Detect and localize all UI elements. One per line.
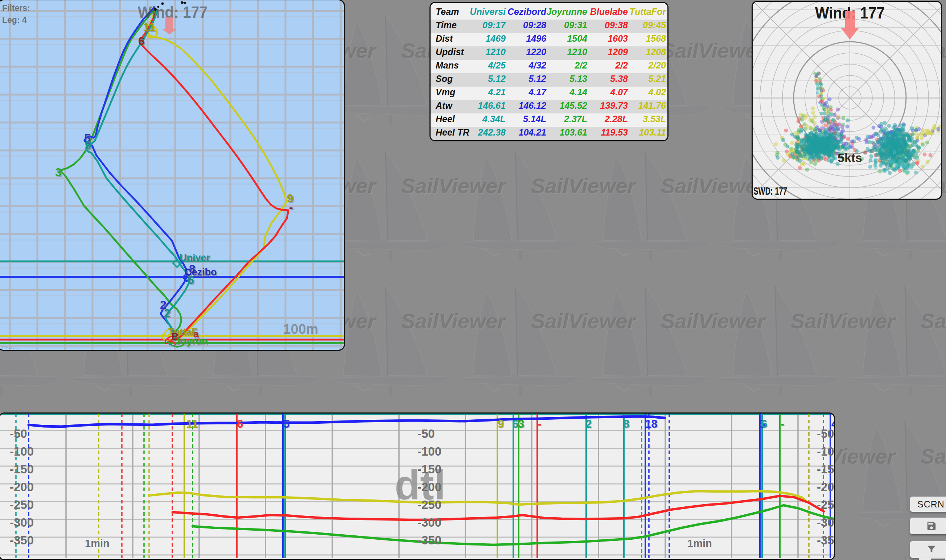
svg-text:-100: -100 bbox=[10, 445, 34, 458]
svg-text:-150: -150 bbox=[817, 463, 834, 476]
svg-text:-250: -250 bbox=[817, 498, 834, 511]
svg-text:-: - bbox=[537, 418, 541, 430]
svg-text:-300: -300 bbox=[418, 516, 441, 529]
svg-text:100m: 100m bbox=[283, 322, 318, 337]
svg-text:8: 8 bbox=[623, 418, 629, 430]
svg-text:-200: -200 bbox=[817, 480, 834, 494]
svg-text:Joyrun: Joyrun bbox=[175, 335, 207, 346]
svg-text:11: 11 bbox=[186, 418, 198, 430]
svg-text:6: 6 bbox=[138, 34, 145, 48]
svg-text:-300: -300 bbox=[817, 516, 834, 529]
svg-text:-100: -100 bbox=[418, 445, 441, 458]
svg-text:5: 5 bbox=[283, 418, 289, 430]
svg-text:-100: -100 bbox=[817, 445, 834, 458]
svg-text:3: 3 bbox=[55, 166, 62, 179]
svg-text:5kts: 5kts bbox=[838, 151, 862, 165]
svg-text:-300: -300 bbox=[10, 516, 34, 529]
svg-text:2: 2 bbox=[585, 418, 592, 430]
svg-text:-: - bbox=[289, 200, 293, 214]
svg-text:9: 9 bbox=[85, 138, 91, 151]
svg-text:-150: -150 bbox=[418, 463, 441, 476]
svg-text:Filters:: Filters: bbox=[2, 3, 30, 13]
svg-text:6: 6 bbox=[512, 418, 519, 430]
svg-text:-150: -150 bbox=[10, 463, 34, 476]
svg-text:-200: -200 bbox=[10, 480, 34, 494]
svg-text:-350: -350 bbox=[10, 534, 34, 547]
svg-text:Cezibo: Cezibo bbox=[185, 267, 217, 278]
svg-text:-: - bbox=[781, 418, 784, 430]
svg-text:-50: -50 bbox=[418, 427, 435, 440]
svg-text:-350: -350 bbox=[817, 534, 834, 547]
svg-text:3: 3 bbox=[518, 418, 524, 430]
svg-text:-200: -200 bbox=[418, 480, 441, 494]
svg-text:9: 9 bbox=[498, 418, 504, 430]
svg-text:6: 6 bbox=[761, 418, 767, 430]
svg-text:11: 11 bbox=[143, 21, 155, 34]
svg-text:-250: -250 bbox=[10, 498, 34, 511]
svg-text:SWD: 177: SWD: 177 bbox=[753, 185, 787, 197]
svg-text:-50: -50 bbox=[817, 427, 834, 440]
svg-text:18: 18 bbox=[645, 418, 657, 430]
svg-text:1min: 1min bbox=[85, 537, 110, 549]
svg-text:1min: 1min bbox=[687, 537, 712, 549]
svg-text:Leg: 4: Leg: 4 bbox=[2, 15, 27, 25]
svg-text:-250: -250 bbox=[418, 498, 441, 511]
svg-text:-350: -350 bbox=[418, 534, 441, 547]
svg-text:6: 6 bbox=[237, 418, 243, 430]
svg-text:2: 2 bbox=[164, 307, 170, 320]
svg-text:Univer: Univer bbox=[179, 252, 210, 263]
svg-text:-50: -50 bbox=[10, 427, 27, 440]
